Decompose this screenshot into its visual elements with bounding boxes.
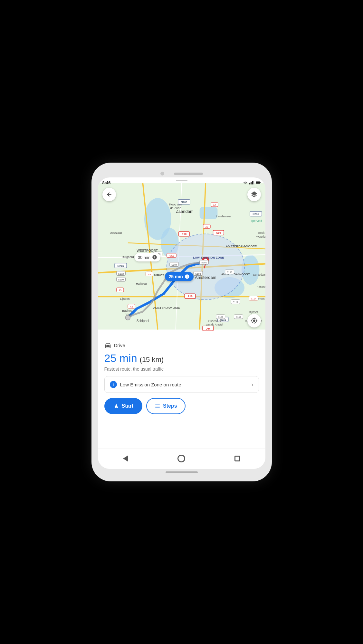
info-icon-alt xyxy=(152,255,157,260)
bottom-panel: Drive 25 min (15 km) Fastest route, the … xyxy=(98,335,265,449)
svg-text:LOW EMISSION ZONE: LOW EMISSION ZONE xyxy=(193,256,224,259)
route-distance: (15 km) xyxy=(140,355,164,364)
svg-rect-0 xyxy=(249,183,250,185)
svg-text:S114: S114 xyxy=(251,297,256,300)
start-label: Start xyxy=(122,403,133,409)
svg-text:A7: A7 xyxy=(213,204,216,206)
svg-text:Oositzaan: Oositzaan xyxy=(110,231,122,234)
svg-text:Halfweg: Halfweg xyxy=(136,282,146,285)
svg-rect-3 xyxy=(253,181,254,184)
svg-text:S111: S111 xyxy=(235,316,241,318)
svg-text:Durgedam: Durgedam xyxy=(253,273,265,276)
emission-zone-text: Low Emission Zone on route xyxy=(120,382,181,387)
map-container: 8:46 xyxy=(98,177,265,335)
route-description: Fastest route, the usual traffic xyxy=(104,366,259,372)
main-route-badge: 25 min xyxy=(165,272,194,281)
svg-text:A10: A10 xyxy=(187,295,193,298)
nav-back-button[interactable] xyxy=(119,452,132,465)
status-icons xyxy=(243,181,261,185)
svg-text:A5: A5 xyxy=(148,273,151,276)
svg-text:A9: A9 xyxy=(206,327,210,330)
nav-bar xyxy=(98,449,265,469)
svg-point-19 xyxy=(167,234,244,299)
map-svg: A10 A10 A10 N203 N235 N246 N232 A9 Zaand… xyxy=(98,177,265,335)
navigation-icon xyxy=(113,403,119,409)
svg-rect-4 xyxy=(256,182,260,184)
svg-text:AMSTERDAM-ZUID: AMSTERDAM-ZUID xyxy=(153,306,180,309)
phone-screen: 8:46 xyxy=(98,177,265,469)
svg-rect-2 xyxy=(252,181,253,185)
drive-mode-row: Drive xyxy=(104,342,259,349)
status-bar: 8:46 xyxy=(98,177,265,186)
svg-text:Ilperveld: Ilperveld xyxy=(251,219,262,223)
svg-text:S116: S116 xyxy=(226,271,232,274)
signal-icon xyxy=(249,181,254,185)
alt-route-time: 30 min xyxy=(138,255,150,260)
svg-point-23 xyxy=(125,315,130,320)
nav-recents-button[interactable] xyxy=(231,452,244,465)
route-time-row: 25 min (15 km) xyxy=(104,352,259,365)
back-triangle-icon xyxy=(123,455,128,462)
svg-text:Ouderkerk: Ouderkerk xyxy=(208,319,221,323)
svg-text:A5: A5 xyxy=(130,305,133,308)
battery-icon xyxy=(256,181,261,185)
emission-left: i Low Emission Zone on route xyxy=(110,381,181,388)
phone-speaker xyxy=(174,173,203,175)
svg-text:de Zaan: de Zaan xyxy=(170,206,181,210)
svg-text:Amsterdam: Amsterdam xyxy=(195,275,216,280)
info-icon: i xyxy=(110,381,117,388)
alt-route-badge: 30 min xyxy=(135,253,160,261)
status-time: 8:46 xyxy=(102,180,111,185)
phone-frame: 8:46 xyxy=(91,163,272,481)
svg-text:S102: S102 xyxy=(118,272,123,275)
info-icon-main xyxy=(185,274,190,279)
steps-icon xyxy=(155,403,160,409)
start-button[interactable]: Start xyxy=(104,398,142,414)
svg-text:Landsmeer: Landsmeer xyxy=(216,215,231,218)
svg-text:Koog aan: Koog aan xyxy=(169,203,182,206)
svg-text:S103: S103 xyxy=(195,272,201,275)
map-layers-button[interactable] xyxy=(247,188,261,201)
svg-text:S104: S104 xyxy=(171,263,177,266)
route-time-value: 25 min xyxy=(104,352,137,365)
svg-rect-5 xyxy=(260,182,261,183)
my-location-button[interactable] xyxy=(247,314,261,327)
phone-bottom xyxy=(98,469,265,475)
svg-text:S150: S150 xyxy=(118,278,123,281)
chevron-right-icon: › xyxy=(252,381,253,388)
svg-rect-9 xyxy=(199,207,217,219)
svg-text:A10: A10 xyxy=(181,232,186,236)
back-button[interactable] xyxy=(102,188,116,201)
map-drag-handle[interactable] xyxy=(176,180,187,181)
svg-text:S109: S109 xyxy=(218,316,223,318)
front-camera xyxy=(160,172,164,175)
car-icon xyxy=(104,342,111,349)
svg-text:Broek in: Broek in xyxy=(257,231,265,234)
main-route-time: 25 min xyxy=(169,274,183,279)
emission-zone-banner[interactable]: i Low Emission Zone on route › xyxy=(104,376,259,393)
nav-home-button[interactable] xyxy=(175,452,188,465)
steps-label: Steps xyxy=(163,403,177,409)
recents-square-icon xyxy=(234,456,240,461)
svg-text:Schiphol: Schiphol xyxy=(136,319,149,323)
action-buttons: Start Steps xyxy=(104,398,259,414)
svg-text:AMSTERDAM-NOORD: AMSTERDAM-NOORD xyxy=(226,245,257,248)
svg-text:Badhoe-: Badhoe- xyxy=(122,309,133,312)
svg-text:Zaandam: Zaandam xyxy=(176,209,193,214)
svg-text:dorp: dorp xyxy=(125,313,131,316)
wifi-icon xyxy=(243,181,248,185)
phone-top-bar xyxy=(98,169,265,177)
svg-text:Waterland: Waterland xyxy=(256,235,265,238)
svg-text:Ruigoord: Ruigoord xyxy=(122,255,134,259)
svg-text:S101: S101 xyxy=(201,261,206,264)
svg-text:N235: N235 xyxy=(253,213,259,216)
svg-text:A8: A8 xyxy=(205,225,208,228)
svg-text:N246: N246 xyxy=(117,264,124,268)
svg-text:A10: A10 xyxy=(216,231,221,234)
svg-text:S112: S112 xyxy=(233,301,238,304)
svg-text:A5: A5 xyxy=(119,289,121,292)
svg-text:Lijnden: Lijnden xyxy=(120,297,129,300)
steps-button[interactable]: Steps xyxy=(146,398,186,414)
svg-rect-1 xyxy=(251,182,252,184)
svg-text:N200: N200 xyxy=(168,254,174,257)
